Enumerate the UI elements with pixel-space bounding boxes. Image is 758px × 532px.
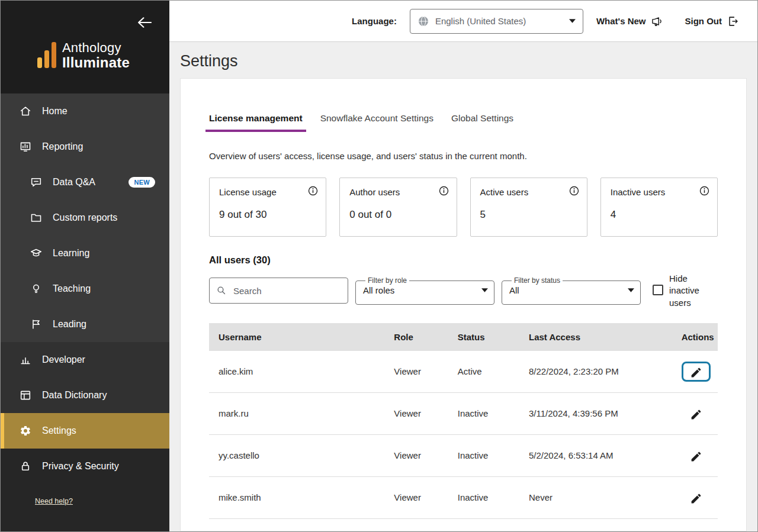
stat-value: 0 out of 0 [349, 209, 447, 221]
nav-label: Leading [53, 319, 86, 330]
stat-title: Author users [349, 187, 447, 197]
sidebar-item-teaching[interactable]: Teaching [1, 271, 169, 307]
cell-last-access: 5/2/2024, 6:53:14 AM [519, 434, 672, 476]
cell-username: mike.smith [209, 476, 384, 518]
stat-card-author-users: Author users 0 out of 0 [339, 178, 457, 237]
table-row: mike.smith Viewer Inactive Never [209, 476, 718, 518]
info-icon[interactable] [308, 186, 318, 196]
edit-user-button[interactable] [682, 362, 711, 382]
nav-label: Data Q&A [53, 177, 95, 188]
stat-card-license-usage: License usage 9 out of 30 [209, 178, 326, 237]
nav-label: Settings [42, 425, 76, 436]
hide-inactive-users-checkbox[interactable] [653, 285, 663, 295]
cell-status: Inactive [448, 476, 519, 518]
stat-value: 5 [480, 209, 577, 221]
col-header-actions: Actions [672, 323, 718, 351]
nav-label: Developer [42, 354, 85, 365]
app-window: Anthology Illuminate Home Reporting Data… [0, 0, 758, 532]
table-row: yy.castello Viewer Inactive 5/2/2024, 6:… [209, 434, 718, 476]
sign-out-icon [727, 15, 740, 28]
brand-logo: Anthology Illuminate [37, 41, 130, 70]
stat-title: Inactive users [611, 187, 708, 197]
cell-username: mark.ru [209, 392, 384, 434]
sidebar-nav-secondary: Developer Data Dictionary Settings [1, 342, 169, 449]
cell-username: yy.castello [209, 434, 384, 476]
sidebar-item-privacy-security[interactable]: Privacy & Security [1, 449, 169, 484]
settings-card: License management Snowflake Account Set… [180, 78, 747, 531]
topbar: Language: English (United States) What's… [169, 1, 757, 42]
sidebar-item-developer[interactable]: Developer [1, 342, 169, 378]
edit-user-button[interactable] [682, 404, 711, 424]
tab-global-settings[interactable]: Global Settings [451, 113, 513, 132]
info-icon[interactable] [569, 186, 579, 196]
sidebar-nav-bottom: Privacy & Security Need help? [1, 449, 169, 531]
stat-cards: License usage 9 out of 30 Author users 0… [209, 178, 718, 237]
stat-title: License usage [219, 187, 316, 197]
edit-user-button[interactable] [682, 530, 711, 531]
sidebar-item-data-qa[interactable]: Data Q&A NEW [1, 165, 169, 200]
stat-title: Active users [480, 187, 577, 197]
filter-by-status-select[interactable]: Filter by status All [502, 276, 641, 305]
language-select[interactable]: English (United States) [410, 9, 583, 34]
language-label: Language: [352, 16, 397, 26]
tabs: License management Snowflake Account Set… [209, 113, 718, 132]
tab-license-management[interactable]: License management [209, 113, 303, 132]
all-users-heading: All users (30) [209, 254, 718, 266]
collapse-sidebar-button[interactable] [135, 15, 154, 32]
sidebar-item-learning[interactable]: Learning [1, 236, 169, 271]
sidebar-item-home[interactable]: Home [1, 93, 169, 129]
nav-label: Custom reports [53, 212, 117, 223]
cell-last-access: Never [519, 476, 672, 518]
sidebar-item-custom-reports[interactable]: Custom reports [1, 200, 169, 236]
cell-status: Inactive [448, 518, 519, 531]
gear-icon [18, 424, 33, 438]
globe-icon [417, 15, 429, 27]
whats-new-button[interactable]: What's New [596, 15, 664, 28]
pencil-icon [690, 450, 702, 463]
cell-role: Viewer [384, 518, 448, 531]
edit-user-button[interactable] [682, 488, 711, 508]
stat-value: 9 out of 30 [219, 209, 316, 221]
cell-last-access: 3/11/2024, 4:39:56 PM [519, 392, 672, 434]
overview-text: Overview of users' access, license usage… [209, 151, 718, 161]
sidebar: Anthology Illuminate Home Reporting Data… [1, 1, 169, 531]
nav-label: Data Dictionary [42, 390, 107, 401]
chevron-down-icon [481, 288, 488, 292]
col-header-role: Role [384, 323, 448, 351]
cell-role: Viewer [384, 351, 448, 393]
stat-card-inactive-users: Inactive users 4 [600, 178, 718, 237]
teaching-icon [29, 282, 43, 296]
anthology-logo-icon [37, 42, 56, 70]
search-input[interactable] [209, 278, 348, 304]
data-dictionary-icon [18, 388, 33, 402]
back-arrow-icon [136, 16, 153, 29]
filters-row: Filter by role All roles Filter by statu… [209, 273, 718, 309]
megaphone-icon [651, 15, 664, 28]
reporting-icon [18, 140, 33, 154]
pencil-icon [690, 492, 702, 505]
info-icon[interactable] [699, 186, 709, 196]
filter-by-status-value: All [509, 285, 519, 295]
page-title: Settings [169, 42, 757, 78]
need-help-link[interactable]: Need help? [35, 497, 73, 505]
cell-last-access: 5/3/2024, 9:19:27 AM [519, 518, 672, 531]
edit-user-button[interactable] [682, 446, 711, 466]
brand-name-bottom: Illuminate [62, 55, 130, 70]
cell-role: Viewer [384, 476, 448, 518]
sidebar-item-data-dictionary[interactable]: Data Dictionary [1, 378, 169, 413]
sidebar-item-leading[interactable]: Leading [1, 307, 169, 342]
pencil-icon [690, 366, 702, 379]
sidebar-item-reporting[interactable]: Reporting [1, 129, 169, 165]
brand-name-top: Anthology [62, 41, 130, 55]
sidebar-nav-primary: Home Reporting Data Q&A NEW Custom repor… [1, 93, 169, 342]
info-icon[interactable] [439, 186, 449, 196]
filter-by-role-select[interactable]: Filter by role All roles [355, 276, 494, 305]
sidebar-item-settings[interactable]: Settings [1, 413, 169, 449]
hide-inactive-users-control: Hide inactive users [653, 273, 704, 309]
stat-value: 4 [611, 209, 708, 221]
cell-role: Viewer [384, 392, 448, 434]
tab-snowflake-account-settings[interactable]: Snowflake Account Settings [320, 113, 433, 132]
sidebar-header: Anthology Illuminate [1, 1, 169, 93]
sign-out-button[interactable]: Sign Out [685, 15, 740, 28]
home-icon [18, 104, 33, 118]
